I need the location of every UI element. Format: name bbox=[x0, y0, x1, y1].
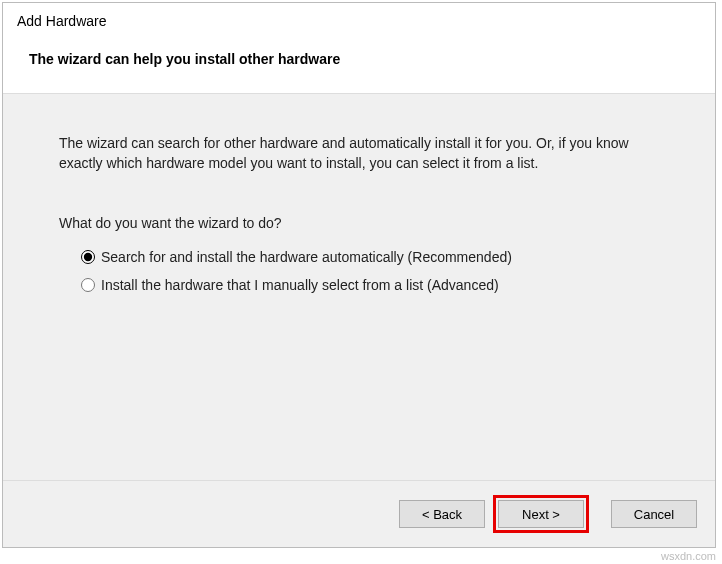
dialog-footer: < Back Next > Cancel bbox=[3, 480, 715, 547]
add-hardware-dialog: Add Hardware The wizard can help you ins… bbox=[2, 2, 716, 548]
watermark-text: wsxdn.com bbox=[661, 550, 716, 562]
option-auto-radio[interactable] bbox=[81, 250, 95, 264]
wizard-description: The wizard can search for other hardware… bbox=[59, 134, 659, 173]
option-auto-label: Search for and install the hardware auto… bbox=[101, 249, 512, 265]
dialog-title: Add Hardware bbox=[17, 13, 701, 29]
dialog-header: Add Hardware The wizard can help you ins… bbox=[3, 3, 715, 93]
option-manual-label: Install the hardware that I manually sel… bbox=[101, 277, 499, 293]
next-button-highlight: Next > bbox=[493, 495, 589, 533]
back-button[interactable]: < Back bbox=[399, 500, 485, 528]
option-manual[interactable]: Install the hardware that I manually sel… bbox=[81, 277, 659, 293]
next-button[interactable]: Next > bbox=[498, 500, 584, 528]
wizard-options: Search for and install the hardware auto… bbox=[81, 249, 659, 293]
wizard-question: What do you want the wizard to do? bbox=[59, 215, 659, 231]
option-manual-radio[interactable] bbox=[81, 278, 95, 292]
cancel-button[interactable]: Cancel bbox=[611, 500, 697, 528]
dialog-subtitle: The wizard can help you install other ha… bbox=[29, 51, 701, 67]
option-auto[interactable]: Search for and install the hardware auto… bbox=[81, 249, 659, 265]
dialog-content: The wizard can search for other hardware… bbox=[3, 93, 715, 480]
